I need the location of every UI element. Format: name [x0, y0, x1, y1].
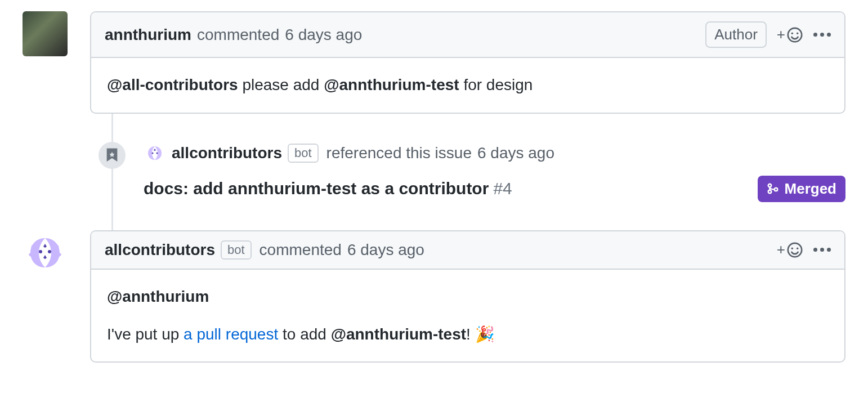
- comment-text: I've put up: [107, 325, 184, 343]
- comment-body: @all-contributors please add @annthurium…: [91, 58, 844, 113]
- kebab-menu-button[interactable]: [813, 33, 831, 37]
- bookmark-icon: [99, 142, 126, 169]
- svg-point-1: [791, 32, 793, 34]
- comment-text: ! 🎉: [466, 325, 495, 343]
- laurel-icon: [23, 230, 68, 275]
- mention-link[interactable]: @all-contributors: [107, 76, 238, 93]
- git-merge-icon: [767, 182, 779, 195]
- svg-point-3: [152, 152, 154, 154]
- reference-event: allcontributors bot referenced this issu…: [99, 142, 845, 202]
- bot-badge: bot: [221, 240, 252, 260]
- kebab-menu-button[interactable]: [813, 248, 831, 252]
- reference-timestamp[interactable]: 6 days ago: [477, 144, 554, 162]
- add-reaction-button[interactable]: +: [777, 26, 803, 43]
- avatar[interactable]: [23, 230, 68, 275]
- svg-point-16: [797, 247, 798, 249]
- svg-point-13: [48, 250, 51, 253]
- comment-body: @annthurium I've put up a pull request t…: [91, 270, 844, 362]
- svg-point-2: [797, 32, 798, 34]
- bot-badge: bot: [288, 144, 319, 163]
- mention-link[interactable]: @annthurium-test: [331, 325, 466, 343]
- comment-item: annthurium commented 6 days ago Author +: [23, 11, 845, 114]
- svg-point-6: [768, 190, 771, 194]
- comment-text: to add: [278, 325, 330, 343]
- reference-action: referenced this issue: [326, 144, 472, 162]
- svg-point-7: [774, 188, 777, 191]
- comment-box: annthurium commented 6 days ago Author +: [90, 11, 845, 114]
- emoji-icon: [786, 242, 803, 258]
- comment-text: for design: [459, 76, 533, 93]
- mention-link[interactable]: @annthurium: [107, 288, 209, 305]
- comment-timestamp[interactable]: 6 days ago: [347, 241, 424, 259]
- mention-link[interactable]: @annthurium-test: [324, 76, 459, 93]
- svg-point-15: [791, 247, 793, 249]
- author-link[interactable]: allcontributors: [172, 144, 282, 162]
- referenced-pr-number: #4: [493, 179, 512, 198]
- comment-box: allcontributors bot commented 6 days ago…: [90, 230, 845, 363]
- svg-point-4: [156, 152, 158, 154]
- avatar[interactable]: [23, 11, 68, 56]
- author-link[interactable]: allcontributors: [105, 241, 215, 259]
- merged-status-badge: Merged: [758, 176, 845, 202]
- pull-request-link[interactable]: a pull request: [184, 325, 278, 343]
- svg-point-12: [39, 250, 42, 253]
- emoji-icon: [786, 26, 803, 43]
- laurel-icon: [144, 142, 166, 164]
- comment-verb: commented: [197, 26, 279, 44]
- author-link[interactable]: annthurium: [105, 26, 191, 44]
- comment-verb: commented: [259, 241, 342, 259]
- comment-header: annthurium commented 6 days ago Author +: [91, 12, 844, 58]
- comment-timestamp[interactable]: 6 days ago: [285, 26, 362, 44]
- referenced-pr-link[interactable]: docs: add annthurium-test as a contribut…: [144, 179, 489, 198]
- svg-point-0: [788, 28, 802, 41]
- comment-text: please add: [238, 76, 324, 93]
- comment-header: allcontributors bot commented 6 days ago…: [91, 231, 844, 270]
- svg-point-14: [788, 243, 802, 257]
- svg-point-5: [768, 184, 771, 187]
- add-reaction-button[interactable]: +: [777, 241, 803, 258]
- author-badge: Author: [705, 21, 767, 48]
- comment-item: allcontributors bot commented 6 days ago…: [23, 230, 845, 363]
